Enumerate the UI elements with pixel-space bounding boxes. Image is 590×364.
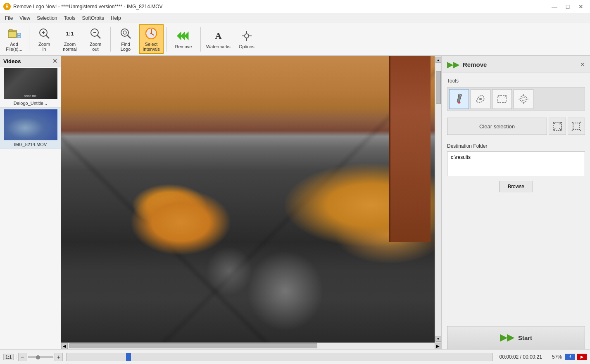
zoom-normal-icon: 1:1: [63, 27, 76, 40]
start-arrow-icon: ▶▶: [500, 332, 514, 343]
scroll-left-arrow[interactable]: ◀: [61, 343, 68, 350]
svg-line-50: [572, 129, 573, 131]
magic-wand-tool-button[interactable]: [514, 89, 533, 109]
options-label: Options: [239, 44, 255, 49]
minimize-button[interactable]: —: [549, 1, 560, 12]
shrink-selection-button[interactable]: [568, 118, 585, 135]
toolbox: ▶▶ Remove ✕ Tools: [441, 56, 590, 349]
start-button[interactable]: ▶▶ Start: [447, 326, 585, 349]
timeline-track[interactable]: [66, 353, 492, 361]
svg-line-12: [97, 35, 100, 38]
svg-line-48: [572, 122, 573, 123]
svg-line-9: [46, 35, 49, 38]
remove-button[interactable]: Remove: [169, 24, 198, 54]
zoom-normal-button[interactable]: 1:1 Zoomnormal: [57, 24, 82, 54]
zoom-decrease-button[interactable]: −: [18, 353, 26, 361]
video-canvas-container[interactable]: [61, 56, 435, 343]
video-item-2[interactable]: IMG_8214.MOV: [0, 108, 61, 149]
video-main: ▲ ▼: [61, 56, 441, 343]
svg-point-36: [520, 96, 527, 102]
timeline-thumb[interactable]: [126, 353, 131, 361]
clear-selection-button[interactable]: Clear selection: [447, 118, 547, 135]
find-logo-icon: [119, 27, 132, 40]
svg-point-14: [123, 31, 126, 34]
options-icon: [240, 29, 253, 43]
toolbox-arrow-icon: ▶▶: [447, 59, 459, 69]
video-image: [61, 56, 435, 343]
svg-rect-2: [9, 29, 12, 31]
zoom-increase-button[interactable]: +: [55, 353, 63, 361]
status-bar: 1:1 | − + 00:00:02 / 00:00:21 57% f ▶: [0, 349, 590, 364]
title-bar-left: R Remove Logo Now! - ****Unregistered ve…: [3, 3, 163, 10]
selection-row: Clear selection: [447, 118, 585, 135]
remove-label: Remove: [175, 44, 192, 49]
scroll-track-h[interactable]: [68, 343, 435, 349]
toolbox-title: Remove: [463, 61, 487, 68]
svg-rect-47: [573, 123, 580, 130]
pencil-tool-button[interactable]: [449, 89, 469, 109]
scroll-down-arrow[interactable]: ▼: [435, 336, 441, 342]
thumb-overlay-2: [4, 109, 57, 140]
video-label-2: IMG_8214.MOV: [2, 142, 59, 147]
colon-sep: |: [15, 355, 17, 359]
facebook-icon[interactable]: f: [565, 354, 575, 360]
toolbox-title-row: ▶▶ Remove: [447, 59, 487, 69]
browse-button[interactable]: Browse: [499, 181, 533, 192]
scroll-thumb-h[interactable]: [69, 343, 317, 348]
toolbox-header: ▶▶ Remove ✕: [442, 56, 590, 73]
menu-view[interactable]: View: [16, 14, 33, 22]
destination-folder-section: Destination Folder Browse: [447, 143, 585, 192]
find-logo-button[interactable]: FindLogo: [113, 24, 138, 54]
svg-point-26: [245, 34, 249, 38]
scene-overlay: [61, 56, 435, 343]
svg-line-51: [579, 129, 581, 131]
v-scroll-body: [435, 63, 441, 336]
toolbar-divider-3: [166, 27, 167, 52]
title-bar-title: Remove Logo Now! - ****Unregistered vers…: [13, 4, 163, 9]
zoom-level-display: 57%: [552, 354, 562, 360]
scroll-right-arrow[interactable]: ▶: [435, 343, 441, 350]
toolbar-divider-2: [110, 27, 111, 52]
video-scrollbar-h: ◀ ▶: [61, 343, 441, 349]
maximize-button[interactable]: □: [562, 1, 573, 12]
add-files-button[interactable]: Add File(s)...: [2, 24, 26, 54]
ratio-button[interactable]: 1:1: [3, 354, 14, 360]
zoom-normal-label: Zoomnormal: [63, 42, 77, 52]
destination-folder-input[interactable]: [447, 151, 585, 176]
video-thumb-2: [4, 109, 57, 140]
zoom-out-label: Zoomout: [90, 42, 101, 52]
menu-tools[interactable]: Tools: [61, 14, 79, 22]
zoom-in-button[interactable]: Zoomin: [32, 24, 57, 54]
videos-title: Videos: [3, 58, 21, 64]
menu-file[interactable]: File: [2, 14, 16, 22]
toolbox-content: Tools: [442, 73, 590, 326]
zoom-in-label: Zoomin: [38, 42, 50, 52]
title-bar-controls: — □ ✕: [549, 1, 587, 12]
rect-select-tool-button[interactable]: [492, 89, 512, 109]
video-wrapper: ▲ ▼ ◀ ▶: [61, 56, 441, 349]
select-intervals-button[interactable]: SelectIntervals: [139, 24, 164, 54]
watermarks-label: Watermarks: [206, 44, 231, 49]
menu-bar: File View Selection Tools SoftOrbits Hel…: [0, 13, 590, 23]
find-logo-label: FindLogo: [121, 42, 131, 52]
video-item-1[interactable]: some title Delogo_Untitle...: [0, 66, 61, 108]
scroll-up-arrow[interactable]: ▲: [435, 57, 441, 63]
watermarks-button[interactable]: A Watermarks: [203, 24, 233, 54]
svg-line-15: [127, 35, 131, 38]
options-button[interactable]: Options: [234, 24, 259, 54]
menu-selection[interactable]: Selection: [33, 14, 60, 22]
eraser-tool-button[interactable]: [471, 89, 490, 109]
menu-softorbits[interactable]: SoftOrbits: [79, 14, 107, 22]
expand-selection-button[interactable]: [549, 118, 566, 135]
zoom-out-button[interactable]: Zoomout: [83, 24, 108, 54]
main-area: Videos ✕ some title Delogo_Untitle... IM…: [0, 56, 590, 349]
videos-close-icon[interactable]: ✕: [52, 58, 57, 64]
toolbox-close-icon[interactable]: ✕: [580, 61, 585, 68]
youtube-icon[interactable]: ▶: [577, 354, 587, 360]
svg-marker-30: [457, 102, 461, 104]
toolbar-divider-1: [29, 27, 29, 52]
close-button[interactable]: ✕: [575, 1, 587, 12]
videos-panel: Videos ✕ some title Delogo_Untitle... IM…: [0, 56, 61, 349]
menu-help[interactable]: Help: [107, 14, 124, 22]
v-scroll-thumb[interactable]: [436, 71, 441, 104]
